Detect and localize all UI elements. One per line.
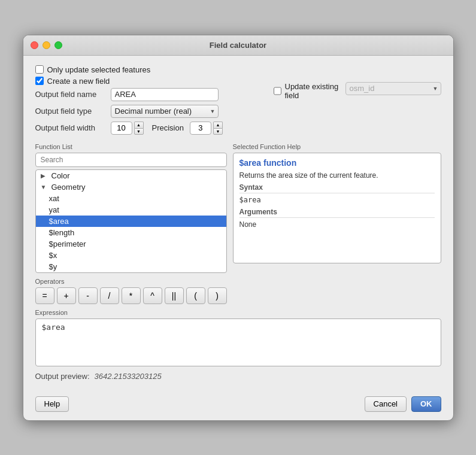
width-stepper: ▲ ▼ bbox=[111, 122, 144, 135]
operators-section: Operators = + - / * ^ || ( ) bbox=[35, 278, 441, 304]
op-plus[interactable]: + bbox=[57, 287, 76, 304]
label-y: $y bbox=[49, 262, 57, 271]
function-list-panel: Function List ▶ Color ▼ Geometry xat bbox=[35, 143, 227, 273]
existing-field-select-wrapper: osm_id bbox=[345, 82, 441, 95]
precision-up-btn[interactable]: ▲ bbox=[213, 122, 223, 128]
help-arguments-label: Arguments bbox=[239, 208, 435, 218]
label-x: $x bbox=[49, 251, 57, 260]
main-panels: Function List ▶ Color ▼ Geometry xat bbox=[35, 143, 441, 273]
help-desc: Returns the area size of the current fea… bbox=[239, 171, 435, 180]
field-type-label: Output field type bbox=[35, 107, 107, 116]
output-preview-label: Output preview: bbox=[35, 372, 90, 381]
cancel-button[interactable]: Cancel bbox=[365, 396, 407, 412]
close-button[interactable] bbox=[31, 41, 38, 49]
precision-stepper-btns: ▲ ▼ bbox=[213, 122, 223, 135]
tree-item-length[interactable]: $length bbox=[36, 227, 226, 238]
tree-item-y[interactable]: $y bbox=[36, 261, 226, 272]
footer-right: Cancel OK bbox=[365, 396, 441, 412]
field-width-label: Output field width bbox=[35, 123, 107, 132]
window-title: Field calculator bbox=[210, 41, 266, 50]
op-close-paren[interactable]: ) bbox=[208, 287, 227, 304]
tree-item-color[interactable]: ▶ Color bbox=[36, 170, 226, 181]
field-type-select-wrapper: Decimal number (real) bbox=[111, 105, 219, 118]
precision-down-btn[interactable]: ▼ bbox=[213, 128, 223, 135]
tree-item-yat[interactable]: yat bbox=[36, 204, 226, 216]
tree-item-xat[interactable]: xat bbox=[36, 193, 226, 204]
width-up-btn[interactable]: ▲ bbox=[134, 122, 144, 128]
label-geometry: Geometry bbox=[51, 183, 86, 192]
output-preview-row: Output preview: 3642.21533203125 bbox=[35, 372, 441, 381]
op-divide[interactable]: / bbox=[100, 287, 119, 304]
label-xat: xat bbox=[49, 194, 59, 203]
create-new-checkbox[interactable] bbox=[35, 77, 44, 85]
op-open-paren[interactable]: ( bbox=[186, 287, 205, 304]
tree-item-x[interactable]: $x bbox=[36, 250, 226, 261]
help-section-label: Selected Function Help bbox=[233, 143, 441, 150]
label-color: Color bbox=[51, 171, 70, 180]
maximize-button[interactable] bbox=[54, 41, 62, 49]
only-update-checkbox[interactable] bbox=[35, 65, 44, 74]
precision-label: Precision bbox=[152, 123, 184, 132]
update-existing-row: Update existing field bbox=[274, 82, 341, 100]
function-list[interactable]: ▶ Color ▼ Geometry xat yat $area bbox=[35, 169, 227, 273]
output-preview-value: 3642.21533203125 bbox=[95, 372, 162, 381]
help-syntax-value: $area bbox=[239, 196, 435, 204]
op-caret[interactable]: ^ bbox=[143, 287, 162, 304]
field-calculator-window: Field calculator Only update selected fe… bbox=[23, 35, 454, 421]
operators-label: Operators bbox=[35, 278, 441, 285]
field-name-label: Output field name bbox=[35, 90, 107, 99]
label-length: $length bbox=[49, 228, 75, 237]
help-panel-section: Selected Function Help $area function Re… bbox=[233, 143, 441, 273]
width-input[interactable] bbox=[111, 122, 132, 135]
create-new-label: Create a new field bbox=[47, 77, 110, 86]
only-update-label: Only update selected features bbox=[47, 65, 151, 74]
help-arguments-value: None bbox=[239, 220, 435, 229]
precision-input[interactable] bbox=[190, 122, 211, 135]
field-name-row: Output field name bbox=[35, 88, 274, 101]
tree-item-geometry[interactable]: ▼ Geometry bbox=[36, 181, 226, 193]
field-type-select[interactable]: Decimal number (real) bbox=[111, 105, 219, 118]
expression-input[interactable]: $area bbox=[35, 318, 441, 366]
field-width-row: Output field width ▲ ▼ Precision ▲ ▼ bbox=[35, 122, 274, 135]
footer: Help Cancel OK bbox=[23, 390, 453, 420]
ok-button[interactable]: OK bbox=[411, 396, 441, 412]
field-name-input[interactable] bbox=[111, 88, 219, 101]
precision-stepper: ▲ ▼ bbox=[190, 122, 223, 135]
op-concat[interactable]: || bbox=[165, 287, 184, 304]
op-multiply[interactable]: * bbox=[122, 287, 141, 304]
help-button[interactable]: Help bbox=[35, 396, 69, 412]
expression-label: Expression bbox=[35, 309, 441, 316]
right-top: Update existing field osm_id bbox=[274, 65, 441, 138]
only-update-row: Only update selected features bbox=[35, 65, 274, 74]
help-title: $area function bbox=[239, 158, 435, 168]
label-yat: yat bbox=[49, 205, 59, 214]
search-input[interactable] bbox=[35, 153, 227, 167]
main-content: Only update selected features Create a n… bbox=[23, 56, 453, 390]
arrow-geometry: ▼ bbox=[41, 184, 49, 190]
width-stepper-btns: ▲ ▼ bbox=[134, 122, 144, 135]
traffic-lights bbox=[31, 41, 62, 49]
tree-item-area[interactable]: $area bbox=[36, 216, 226, 227]
arrow-color: ▶ bbox=[41, 172, 49, 179]
width-down-btn[interactable]: ▼ bbox=[134, 128, 144, 135]
label-area: $area bbox=[49, 217, 69, 226]
update-existing-checkbox[interactable] bbox=[274, 87, 281, 95]
op-equals[interactable]: = bbox=[35, 287, 54, 304]
op-minus[interactable]: - bbox=[78, 287, 98, 304]
create-new-row: Create a new field bbox=[35, 77, 274, 86]
function-list-label: Function List bbox=[35, 143, 227, 150]
tree-item-perimeter[interactable]: $perimeter bbox=[36, 238, 226, 250]
label-perimeter: $perimeter bbox=[49, 239, 86, 248]
top-section: Only update selected features Create a n… bbox=[35, 65, 441, 138]
expression-section: Expression $area bbox=[35, 309, 441, 368]
help-syntax-label: Syntax bbox=[239, 183, 435, 193]
left-top: Only update selected features Create a n… bbox=[35, 65, 274, 138]
help-panel: $area function Returns the area size of … bbox=[233, 153, 441, 263]
field-type-row: Output field type Decimal number (real) bbox=[35, 105, 274, 118]
minimize-button[interactable] bbox=[43, 41, 50, 49]
operators-bar: = + - / * ^ || ( ) bbox=[35, 287, 441, 304]
titlebar: Field calculator bbox=[23, 35, 453, 56]
update-existing-label: Update existing field bbox=[285, 82, 341, 100]
existing-field-select[interactable]: osm_id bbox=[345, 82, 441, 95]
